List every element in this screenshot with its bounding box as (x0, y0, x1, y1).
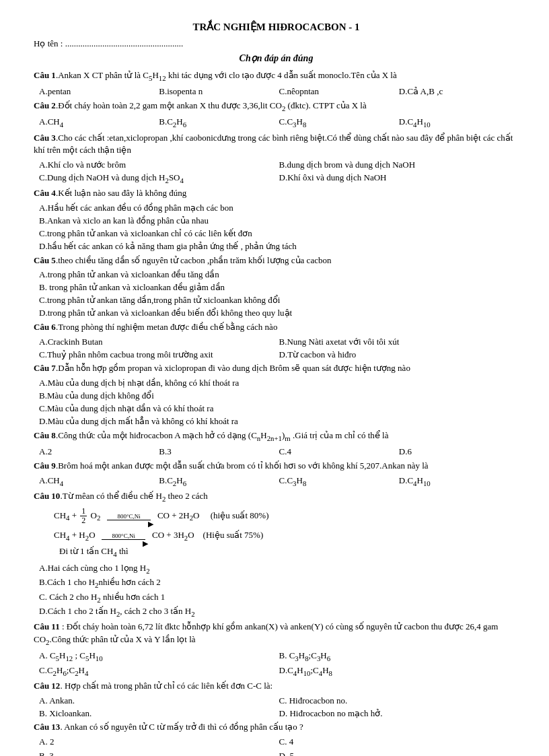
q7-opt-b: B.Màu của dung dịch không đổi (39, 390, 519, 403)
q5-options: A.trong phân tử ankan và xicloankan đều … (39, 269, 519, 319)
q4-num: Câu 4 (34, 188, 56, 198)
q4-options: A.Hầu hết các ankan đều có đồng phân mạc… (39, 202, 519, 252)
question-1: Câu 1.Ankan X CT phân tử là C5H12 khi tá… (34, 69, 519, 83)
q12-opt-a: A. Ankan. (39, 695, 279, 708)
q8-opt-a: A.2 (39, 446, 159, 458)
q6-opt-a: A.Crackinh Butan (39, 336, 279, 349)
q3-opt-a: A.Khí clo và nước brôm (39, 159, 279, 172)
reaction-block-2: CH4 + H2O 800°C,Ni ▶ CO + 3H2O (Hiệu suấ… (54, 529, 519, 559)
q13-options-2: B. 3 D. 5 (39, 750, 519, 756)
q9-opt-a: A.CH4 (39, 475, 159, 489)
q5-num: Câu 5 (34, 255, 56, 265)
question-10: Câu 10.Từ mêan có thể điều chế H2 theo 2… (34, 490, 519, 504)
q10-opt-d: D.Cách 1 cho 2 tấn H2, cách 2 cho 3 tấn … (39, 605, 519, 619)
q1-opt-c: C.nêopntan (279, 85, 399, 98)
q10-num: Câu 10 (34, 491, 60, 501)
q10-opt-a: A.Hai cách cùng cho 1 lọng H2 (39, 562, 519, 576)
q9-opt-c: C.C3H8 (279, 475, 399, 489)
q6-options: A.Crackinh Butan B.Nung Nàti axetat với … (39, 336, 519, 362)
q12-opt-c: C. Hiđrocacbon no. (279, 695, 519, 708)
q13-opt-d: D. 5 (279, 750, 519, 756)
q12-options: A. Ankan. C. Hiđrocacbon no. B. Xicloank… (39, 695, 519, 720)
q12-opt-b: B. Xicloankan. (39, 708, 279, 720)
q11-opt-d: D.C4H10;C4H8 (279, 664, 519, 679)
q11-opt-b: B. C3H8;C3H6 (279, 650, 519, 664)
q1-opt-a: A.pentan (39, 85, 159, 98)
question-13: Câu 13. Ankan có số nguyên tử C từ mấy t… (34, 721, 519, 734)
question-6: Câu 6.Trong phòng thí nghiệm metan được … (34, 321, 519, 334)
q9-opt-d: D.C4H10 (399, 475, 519, 489)
q2-opt-b: B.C2H6 (159, 116, 279, 130)
q12-num: Câu 12 (34, 681, 60, 691)
question-2: Câu 2.Đốt cháy hoàn toàn 2,2 gam một ank… (34, 100, 519, 114)
q10-opt-b: B.Cách 1 cho H2nhiều hơn cách 2 (39, 576, 519, 590)
reaction-1: CH4 + 12 O2 800°C,Ni ▶ CO + 2H2O (hiệu s… (54, 507, 519, 525)
q13-num: Câu 13 (34, 722, 60, 732)
q2-opt-a: A.CH4 (39, 116, 159, 130)
question-8: Câu 8.Công thức của một hiđrocacbon A mạ… (34, 429, 519, 444)
chon-dap: Chọn đáp án đúng (34, 52, 519, 65)
q12-opt-d: D. Hiđrocacbon no mạch hở. (279, 708, 519, 720)
q8-num: Câu 8 (34, 430, 56, 440)
q13-opt-c: C. 4 (279, 736, 519, 749)
q11-num: Câu 11 (34, 621, 60, 631)
q7-options: A.Màu của dung dịch bị nhạt dần, không c… (39, 377, 519, 427)
q5-opt-a: A.trong phân tử ankan và xicloankan đều … (39, 269, 519, 281)
q7-opt-c: C.Màu của dung dịch nhạt dần và có khí t… (39, 403, 519, 415)
q4-opt-c: C.trong phân tử ankan và xicloankan chỉ … (39, 228, 519, 240)
q3-num: Câu 3 (34, 133, 56, 143)
q9-opt-b: B.C2H6 (159, 475, 279, 489)
question-4: Câu 4.Kết luận nào sau đây là không đúng (34, 187, 519, 200)
q6-opt-d: D.Từ cacbon và hiđro (279, 349, 519, 362)
hoten: Họ tên : ...............................… (34, 38, 519, 50)
question-7: Câu 7.Dẫn hỗn hợp gồm propan và xiclopro… (34, 362, 519, 375)
q3-opt-d: D.Khí ôxi và dung dịch NaOH (279, 172, 519, 186)
q10-opt-c: C. Cách 2 cho H2 nhiều hơn cách 1 (39, 591, 519, 605)
q1-opt-d: D.Cả A,B ,c (399, 85, 519, 98)
question-11: Câu 11 : Đốt cháy hoàn toàn 6,72 lít đkt… (34, 621, 519, 648)
q2-num: Câu 2 (34, 100, 56, 110)
q8-opt-c: C.4 (279, 446, 399, 458)
reaction-2-note: Đi từ 1 tấn CH4 thì (59, 545, 519, 559)
q3-opt-b: B.dung dịch brom và dung dịch NaOH (279, 159, 519, 172)
q11-opt-c: C.C2H6;C2H4 (39, 664, 279, 679)
q2-opt-d: D.C4H10 (399, 116, 519, 130)
question-9: Câu 9.Brôm hoá một ankan được một dẫn su… (34, 460, 519, 473)
q11-options: A. C5H12 ; C5H10 B. C3H8;C3H6 C.C2H6;C2H… (39, 650, 519, 679)
q6-num: Câu 6 (34, 322, 56, 332)
reaction-1-text: CH4 + 12 O2 800°C,Ni ▶ CO + 2H2O (hiệu s… (54, 507, 269, 525)
q3-options: A.Khí clo và nước brôm B.dung dịch brom … (39, 159, 519, 186)
q8-opt-b: B.3 (159, 446, 279, 458)
question-3: Câu 3.Cho các chất :etan,xiclopropan ,kh… (34, 132, 519, 158)
q7-opt-a: A.Màu của dung dịch bị nhạt dần, không c… (39, 377, 519, 390)
q7-opt-d: D.Màu của dung dịch mất hẳn và không có … (39, 415, 519, 428)
reaction-2: CH4 + H2O 800°C,Ni ▶ CO + 3H2O (Hiệu suấ… (54, 529, 519, 543)
q13-options: A. 2 C. 4 (39, 736, 519, 749)
q5-opt-c: C.trong phân tử ankan tăng dần,trong phâ… (39, 294, 519, 307)
q1-opt-b: B.isopenta n (159, 85, 279, 98)
reaction-block-1: CH4 + 12 O2 800°C,Ni ▶ CO + 2H2O (hiệu s… (54, 507, 519, 525)
question-12: Câu 12. Hợp chất mà trong phân tử chỉ có… (34, 680, 519, 693)
reaction-2-text: CH4 + H2O 800°C,Ni ▶ CO + 3H2O (Hiệu suấ… (54, 529, 263, 543)
q1-num: Câu 1 (34, 70, 56, 80)
title: TRẮC NGHIỆM HIĐROCACBON - 1 (34, 20, 519, 35)
q4-opt-a: A.Hầu hết các ankan đều có đồng phân mạc… (39, 202, 519, 215)
q6-opt-c: C.Thuỷ phân nhôm cacbua trong môi trường… (39, 349, 279, 362)
q11-opt-a: A. C5H12 ; C5H10 (39, 650, 279, 664)
q2-opt-c: C.C3H8 (279, 116, 399, 130)
question-5: Câu 5.theo chiều tăng dần số nguyên tử c… (34, 254, 519, 267)
q9-options: A.CH4 B.C2H6 C.C3H8 D.C4H10 (39, 475, 519, 489)
q1-options: A.pentan B.isopenta n C.nêopntan D.Cả A,… (39, 85, 519, 98)
q9-num: Câu 9 (34, 460, 56, 471)
q13-opt-b: B. 3 (39, 750, 279, 756)
q2-options: A.CH4 B.C2H6 C.C3H8 D.C4H10 (39, 116, 519, 130)
q13-opt-a: A. 2 (39, 736, 279, 749)
q8-opt-d: D.6 (399, 446, 519, 458)
q7-num: Câu 7 (34, 363, 56, 373)
q4-opt-d: D.hầu hết các ankan có kả năng tham gia … (39, 240, 519, 253)
q6-opt-b: B.Nung Nàti axetat với vôi tôi xút (279, 336, 519, 349)
q3-opt-c: C.Dung dịch NaOH và dung dịch H2SO4 (39, 172, 279, 186)
q5-opt-b: B. trong phân tử ankan và xicloankan đều… (39, 281, 519, 294)
q10-options: A.Hai cách cùng cho 1 lọng H2 B.Cách 1 c… (39, 562, 519, 619)
q4-opt-b: B.Ankan và xiclo an kan là đồng phân của… (39, 215, 519, 228)
